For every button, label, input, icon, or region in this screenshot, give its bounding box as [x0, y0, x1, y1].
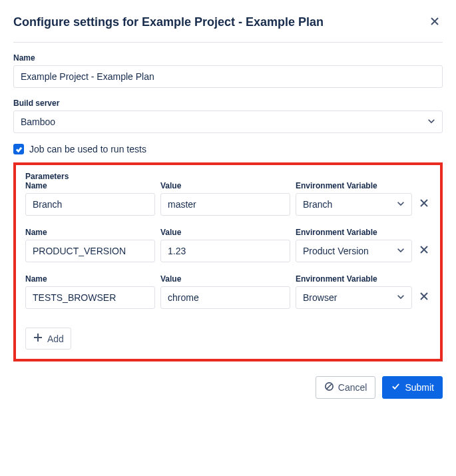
remove-parameter-button[interactable] — [417, 286, 431, 309]
remove-parameter-button[interactable] — [417, 239, 431, 262]
param-env-label: Environment Variable — [296, 228, 412, 237]
run-tests-label: Job can be used to run tests — [29, 144, 146, 154]
close-icon — [429, 16, 440, 29]
build-server-label: Build server — [13, 99, 443, 108]
close-icon — [419, 244, 429, 257]
param-value-input[interactable] — [160, 193, 290, 216]
parameter-row: Name Value Environment Variable — [25, 274, 431, 309]
param-name-input[interactable] — [25, 286, 155, 309]
param-value-label: Value — [160, 181, 290, 190]
add-button-label: Add — [47, 334, 64, 344]
param-name-input[interactable] — [25, 240, 155, 262]
param-name-label: Name — [25, 274, 155, 284]
dialog-title: Configure settings for Example Project -… — [13, 15, 324, 29]
param-env-select[interactable] — [296, 193, 412, 216]
run-tests-checkbox[interactable] — [13, 144, 24, 154]
submit-button[interactable]: Submit — [382, 376, 443, 399]
plus-icon — [33, 332, 43, 345]
check-icon — [391, 381, 401, 393]
add-parameter-button[interactable]: Add — [25, 328, 71, 350]
parameters-title: Parameters — [25, 172, 431, 181]
param-name-input[interactable] — [25, 193, 155, 216]
close-icon — [419, 198, 429, 210]
remove-parameter-button[interactable] — [417, 192, 431, 216]
param-name-label: Name — [25, 181, 155, 190]
parameter-row: Name Value Environment Variable — [25, 181, 431, 216]
cancel-icon — [324, 381, 334, 393]
param-value-label: Value — [160, 228, 290, 237]
param-env-label: Environment Variable — [296, 181, 412, 190]
name-label: Name — [13, 53, 443, 63]
check-icon — [15, 146, 23, 153]
cancel-label: Cancel — [338, 382, 367, 393]
param-value-input[interactable] — [160, 240, 290, 262]
submit-label: Submit — [405, 382, 434, 393]
close-icon — [419, 291, 429, 304]
param-env-select[interactable] — [296, 240, 412, 262]
param-value-label: Value — [160, 274, 290, 284]
parameters-section: Parameters Name Value Environment Variab… — [13, 162, 443, 361]
param-env-select[interactable] — [296, 286, 412, 309]
param-name-label: Name — [25, 228, 155, 237]
param-env-label: Environment Variable — [296, 274, 412, 284]
parameter-row: Name Value Environment Variable — [25, 228, 431, 262]
param-value-input[interactable] — [160, 286, 290, 309]
close-button[interactable] — [427, 13, 443, 31]
cancel-button[interactable]: Cancel — [316, 376, 376, 399]
name-input[interactable] — [13, 65, 443, 88]
build-server-select[interactable] — [13, 111, 443, 133]
